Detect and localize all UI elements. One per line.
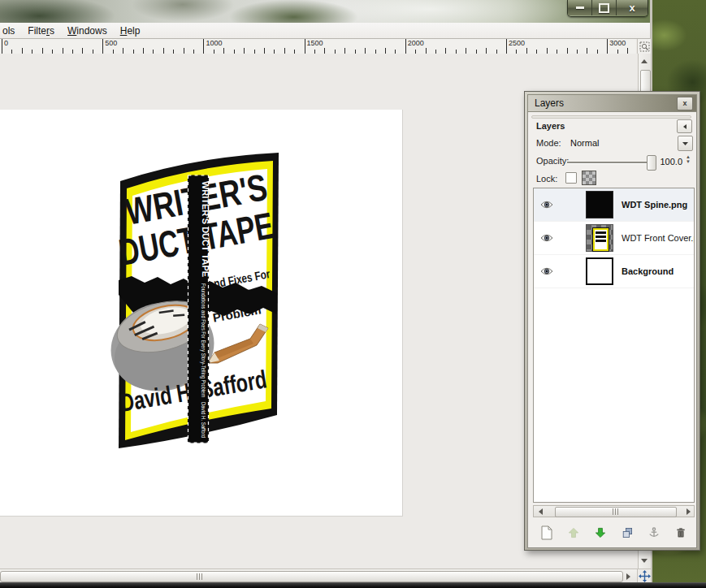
windows-taskbar-edge[interactable] (0, 582, 706, 588)
menu-item-windows[interactable]: Windows (67, 25, 107, 37)
navigation-pan-button[interactable] (637, 569, 651, 583)
ruler-label: 2500 (506, 39, 525, 52)
layer-name[interactable]: Background (622, 266, 674, 276)
close-button[interactable]: x (617, 0, 648, 15)
ruler-tick (22, 48, 23, 54)
ruler-tick (223, 48, 224, 54)
opacity-value[interactable]: 100.0 (656, 157, 682, 166)
raise-layer-button[interactable] (565, 524, 583, 542)
scroll-right-arrow[interactable] (626, 573, 630, 580)
minimize-icon (576, 6, 584, 9)
book-cover-artwork: WRITER'S DUCT TAPE Foundations and Fixes… (0, 110, 402, 516)
spine-author: David H. Safford (201, 402, 206, 438)
opacity-slider-handle[interactable] (647, 155, 656, 171)
lock-pixels-checkbox[interactable] (565, 172, 577, 184)
layer-row[interactable]: WDT Spine.png (534, 188, 694, 222)
layers-dialog-content: Layers Mode: Normal Opacity: 100.0 ▲▼ Lo… (527, 112, 697, 548)
layer-thumbnail[interactable] (586, 191, 613, 218)
list-scroll-left-arrow[interactable] (539, 508, 543, 515)
trash-icon (674, 526, 687, 539)
lower-layer-icon (594, 526, 607, 539)
ruler-label: 2000 (405, 39, 424, 52)
layer-thumbnail[interactable] (586, 224, 613, 252)
ruler-tick (445, 48, 446, 54)
ruler-tick (244, 48, 245, 54)
lock-label: Lock: (536, 174, 557, 184)
layers-tab-label: Layers (536, 121, 565, 131)
layer-list-scrollbar-thumb[interactable] (555, 507, 677, 517)
layer-visibility-eye-icon[interactable] (540, 233, 553, 243)
layer-row[interactable]: Background (534, 255, 694, 288)
zoom-follow-window-button[interactable] (637, 39, 651, 55)
spine-title: WRITER'S DUCT TAPE (201, 181, 210, 277)
ruler-tick (143, 48, 144, 54)
ruler-label: 500 (102, 39, 117, 52)
layers-dialog-close-button[interactable]: x (677, 97, 693, 110)
tab-menu-button[interactable] (677, 119, 692, 133)
ruler-tick (184, 48, 184, 54)
horizontal-scrollbar-thumb[interactable] (0, 571, 623, 582)
ruler-tick (526, 48, 527, 54)
new-layer-button[interactable] (538, 524, 556, 542)
ruler-tick (466, 48, 466, 54)
ruler-tick (385, 48, 386, 54)
layer-visibility-eye-icon[interactable] (540, 200, 553, 210)
layers-dialog-titlebar[interactable]: Layers x (527, 94, 697, 112)
maximize-button[interactable] (592, 0, 617, 15)
duplicate-layer-icon (621, 526, 634, 539)
opacity-spinner[interactable]: ▲▼ (686, 154, 691, 164)
scrollbar-grip (197, 573, 203, 580)
mode-select[interactable]: Normal (570, 138, 599, 148)
layer-row[interactable]: WDT Front Cover.pr (534, 222, 694, 255)
dashed-zoom-icon (639, 41, 650, 52)
lower-layer-button[interactable] (591, 524, 609, 542)
mode-dropdown-button[interactable] (678, 136, 693, 151)
ruler-label: 1500 (305, 39, 323, 52)
ruler-tick (587, 48, 587, 54)
pan-arrows-icon (639, 570, 651, 582)
ruler-tick (82, 48, 83, 54)
minimize-button[interactable] (568, 0, 592, 15)
layer-visibility-eye-icon[interactable] (540, 266, 553, 276)
ruler-tick (284, 48, 285, 54)
layer-name[interactable]: WDT Front Cover.pr (622, 233, 695, 243)
ruler-tick (627, 48, 628, 54)
scrollbar-grip (613, 508, 619, 515)
lock-alpha-button[interactable] (582, 171, 596, 185)
list-scroll-right-arrow[interactable] (687, 508, 691, 515)
ruler-label: 3000 (607, 39, 626, 52)
layer-list-scrollbar[interactable] (533, 505, 695, 517)
menu-item-filters[interactable]: Filters (28, 25, 54, 37)
ruler-tick (63, 48, 63, 54)
raise-layer-icon (567, 526, 580, 539)
scroll-down-arrow[interactable] (641, 559, 648, 563)
ruler-tick (547, 48, 548, 54)
anchor-layer-button[interactable] (645, 524, 663, 542)
anchor-icon (648, 526, 661, 539)
layer-name[interactable]: WDT Spine.png (622, 200, 687, 210)
ruler-tick (123, 48, 123, 54)
ruler-tick (486, 48, 487, 54)
delete-layer-button[interactable] (672, 524, 690, 542)
layers-toolbar (533, 522, 695, 543)
ruler-tick (324, 48, 325, 54)
horizontal-scrollbar[interactable] (0, 569, 637, 583)
maximize-icon (599, 3, 609, 13)
duplicate-layer-button[interactable] (618, 524, 636, 542)
dock-drag-handle[interactable] (531, 115, 691, 119)
opacity-slider[interactable] (567, 162, 648, 163)
left-triangle-icon (682, 123, 688, 130)
layer-thumbnail[interactable] (586, 257, 613, 285)
menubar: olsFiltersWindowsHelp (0, 23, 650, 39)
spine-layer[interactable]: WRITER'S DUCT TAPE Foundations and Fixes… (188, 175, 211, 443)
scroll-up-arrow[interactable] (641, 59, 648, 63)
ruler-tick (163, 48, 164, 54)
ruler-tick (426, 48, 427, 54)
menu-item-help[interactable]: Help (120, 25, 141, 37)
close-icon: x (629, 2, 635, 13)
ruler-tick (567, 48, 568, 54)
horizontal-ruler[interactable]: 050010001500200025003000 (0, 39, 636, 55)
mode-label: Mode: (536, 138, 561, 148)
menu-item-tools[interactable]: ols (2, 25, 15, 37)
new-layer-icon (540, 525, 553, 540)
